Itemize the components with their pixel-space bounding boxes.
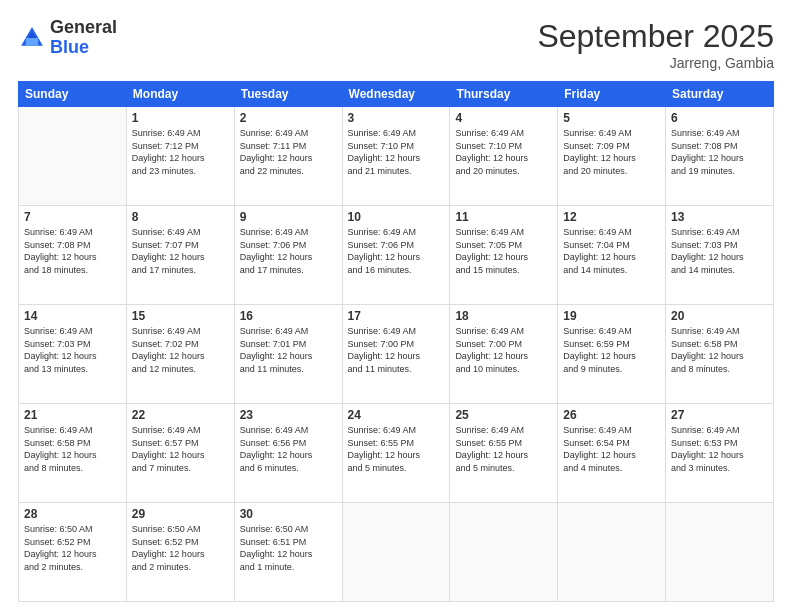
day-info: Sunrise: 6:49 AM Sunset: 6:54 PM Dayligh… <box>563 424 660 474</box>
calendar-cell: 24Sunrise: 6:49 AM Sunset: 6:55 PM Dayli… <box>342 404 450 503</box>
week-row-0: 1Sunrise: 6:49 AM Sunset: 7:12 PM Daylig… <box>19 107 774 206</box>
day-info: Sunrise: 6:49 AM Sunset: 6:59 PM Dayligh… <box>563 325 660 375</box>
calendar-cell: 23Sunrise: 6:49 AM Sunset: 6:56 PM Dayli… <box>234 404 342 503</box>
location: Jarreng, Gambia <box>537 55 774 71</box>
calendar-cell: 19Sunrise: 6:49 AM Sunset: 6:59 PM Dayli… <box>558 305 666 404</box>
logo: General Blue <box>18 18 117 58</box>
day-number: 19 <box>563 309 660 323</box>
day-info: Sunrise: 6:49 AM Sunset: 7:09 PM Dayligh… <box>563 127 660 177</box>
calendar-cell <box>450 503 558 602</box>
day-info: Sunrise: 6:49 AM Sunset: 7:04 PM Dayligh… <box>563 226 660 276</box>
day-number: 27 <box>671 408 768 422</box>
calendar-cell: 9Sunrise: 6:49 AM Sunset: 7:06 PM Daylig… <box>234 206 342 305</box>
calendar-table: SundayMondayTuesdayWednesdayThursdayFrid… <box>18 81 774 602</box>
day-number: 24 <box>348 408 445 422</box>
day-info: Sunrise: 6:49 AM Sunset: 7:01 PM Dayligh… <box>240 325 337 375</box>
week-row-1: 7Sunrise: 6:49 AM Sunset: 7:08 PM Daylig… <box>19 206 774 305</box>
page: General Blue September 2025 Jarreng, Gam… <box>0 0 792 612</box>
day-info: Sunrise: 6:49 AM Sunset: 7:10 PM Dayligh… <box>348 127 445 177</box>
day-number: 30 <box>240 507 337 521</box>
calendar-cell: 29Sunrise: 6:50 AM Sunset: 6:52 PM Dayli… <box>126 503 234 602</box>
day-info: Sunrise: 6:49 AM Sunset: 6:53 PM Dayligh… <box>671 424 768 474</box>
calendar-cell: 22Sunrise: 6:49 AM Sunset: 6:57 PM Dayli… <box>126 404 234 503</box>
logo-text: General Blue <box>50 18 117 58</box>
calendar-cell <box>558 503 666 602</box>
calendar-cell: 26Sunrise: 6:49 AM Sunset: 6:54 PM Dayli… <box>558 404 666 503</box>
day-info: Sunrise: 6:49 AM Sunset: 7:03 PM Dayligh… <box>671 226 768 276</box>
logo-icon <box>18 24 46 52</box>
day-header-sunday: Sunday <box>19 82 127 107</box>
calendar-cell: 13Sunrise: 6:49 AM Sunset: 7:03 PM Dayli… <box>666 206 774 305</box>
day-info: Sunrise: 6:49 AM Sunset: 7:05 PM Dayligh… <box>455 226 552 276</box>
day-number: 21 <box>24 408 121 422</box>
week-row-4: 28Sunrise: 6:50 AM Sunset: 6:52 PM Dayli… <box>19 503 774 602</box>
logo-general: General <box>50 17 117 37</box>
day-info: Sunrise: 6:49 AM Sunset: 6:55 PM Dayligh… <box>455 424 552 474</box>
calendar-cell: 15Sunrise: 6:49 AM Sunset: 7:02 PM Dayli… <box>126 305 234 404</box>
day-number: 7 <box>24 210 121 224</box>
calendar-cell: 4Sunrise: 6:49 AM Sunset: 7:10 PM Daylig… <box>450 107 558 206</box>
calendar-cell: 17Sunrise: 6:49 AM Sunset: 7:00 PM Dayli… <box>342 305 450 404</box>
calendar-cell: 25Sunrise: 6:49 AM Sunset: 6:55 PM Dayli… <box>450 404 558 503</box>
calendar-cell: 11Sunrise: 6:49 AM Sunset: 7:05 PM Dayli… <box>450 206 558 305</box>
day-info: Sunrise: 6:49 AM Sunset: 6:57 PM Dayligh… <box>132 424 229 474</box>
calendar-cell: 3Sunrise: 6:49 AM Sunset: 7:10 PM Daylig… <box>342 107 450 206</box>
day-info: Sunrise: 6:49 AM Sunset: 7:08 PM Dayligh… <box>24 226 121 276</box>
day-header-friday: Friday <box>558 82 666 107</box>
day-number: 18 <box>455 309 552 323</box>
day-number: 29 <box>132 507 229 521</box>
week-row-2: 14Sunrise: 6:49 AM Sunset: 7:03 PM Dayli… <box>19 305 774 404</box>
day-number: 6 <box>671 111 768 125</box>
svg-rect-2 <box>26 38 38 46</box>
day-info: Sunrise: 6:49 AM Sunset: 6:55 PM Dayligh… <box>348 424 445 474</box>
calendar-cell: 12Sunrise: 6:49 AM Sunset: 7:04 PM Dayli… <box>558 206 666 305</box>
title-block: September 2025 Jarreng, Gambia <box>537 18 774 71</box>
month-year: September 2025 <box>537 18 774 55</box>
header: General Blue September 2025 Jarreng, Gam… <box>18 18 774 71</box>
day-number: 23 <box>240 408 337 422</box>
calendar-cell: 7Sunrise: 6:49 AM Sunset: 7:08 PM Daylig… <box>19 206 127 305</box>
day-info: Sunrise: 6:49 AM Sunset: 7:12 PM Dayligh… <box>132 127 229 177</box>
day-number: 2 <box>240 111 337 125</box>
calendar-cell: 30Sunrise: 6:50 AM Sunset: 6:51 PM Dayli… <box>234 503 342 602</box>
day-info: Sunrise: 6:49 AM Sunset: 7:00 PM Dayligh… <box>455 325 552 375</box>
day-number: 9 <box>240 210 337 224</box>
day-info: Sunrise: 6:49 AM Sunset: 7:07 PM Dayligh… <box>132 226 229 276</box>
day-number: 4 <box>455 111 552 125</box>
day-number: 3 <box>348 111 445 125</box>
day-number: 16 <box>240 309 337 323</box>
day-number: 8 <box>132 210 229 224</box>
day-info: Sunrise: 6:49 AM Sunset: 7:03 PM Dayligh… <box>24 325 121 375</box>
day-number: 14 <box>24 309 121 323</box>
calendar-cell <box>19 107 127 206</box>
day-number: 10 <box>348 210 445 224</box>
calendar-cell: 1Sunrise: 6:49 AM Sunset: 7:12 PM Daylig… <box>126 107 234 206</box>
day-number: 25 <box>455 408 552 422</box>
day-info: Sunrise: 6:49 AM Sunset: 7:02 PM Dayligh… <box>132 325 229 375</box>
day-info: Sunrise: 6:50 AM Sunset: 6:52 PM Dayligh… <box>132 523 229 573</box>
calendar-cell: 18Sunrise: 6:49 AM Sunset: 7:00 PM Dayli… <box>450 305 558 404</box>
day-info: Sunrise: 6:49 AM Sunset: 7:00 PM Dayligh… <box>348 325 445 375</box>
day-info: Sunrise: 6:49 AM Sunset: 7:11 PM Dayligh… <box>240 127 337 177</box>
day-number: 1 <box>132 111 229 125</box>
calendar-cell: 16Sunrise: 6:49 AM Sunset: 7:01 PM Dayli… <box>234 305 342 404</box>
day-number: 20 <box>671 309 768 323</box>
calendar-cell: 27Sunrise: 6:49 AM Sunset: 6:53 PM Dayli… <box>666 404 774 503</box>
day-info: Sunrise: 6:49 AM Sunset: 7:10 PM Dayligh… <box>455 127 552 177</box>
day-header-saturday: Saturday <box>666 82 774 107</box>
day-info: Sunrise: 6:49 AM Sunset: 6:56 PM Dayligh… <box>240 424 337 474</box>
calendar-cell <box>342 503 450 602</box>
calendar-cell: 5Sunrise: 6:49 AM Sunset: 7:09 PM Daylig… <box>558 107 666 206</box>
day-number: 15 <box>132 309 229 323</box>
day-header-thursday: Thursday <box>450 82 558 107</box>
day-header-tuesday: Tuesday <box>234 82 342 107</box>
header-row: SundayMondayTuesdayWednesdayThursdayFrid… <box>19 82 774 107</box>
calendar-cell: 10Sunrise: 6:49 AM Sunset: 7:06 PM Dayli… <box>342 206 450 305</box>
day-info: Sunrise: 6:50 AM Sunset: 6:52 PM Dayligh… <box>24 523 121 573</box>
week-row-3: 21Sunrise: 6:49 AM Sunset: 6:58 PM Dayli… <box>19 404 774 503</box>
day-number: 5 <box>563 111 660 125</box>
calendar-cell: 21Sunrise: 6:49 AM Sunset: 6:58 PM Dayli… <box>19 404 127 503</box>
calendar-cell: 6Sunrise: 6:49 AM Sunset: 7:08 PM Daylig… <box>666 107 774 206</box>
day-number: 11 <box>455 210 552 224</box>
day-header-wednesday: Wednesday <box>342 82 450 107</box>
